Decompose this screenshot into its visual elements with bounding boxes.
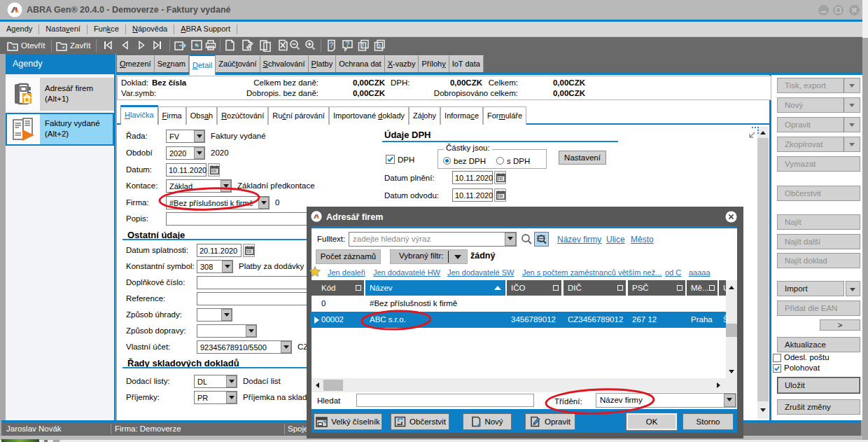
table-hscroll-left-icon[interactable] xyxy=(313,380,324,391)
fulltext-search-button[interactable] xyxy=(534,232,549,247)
column-header-n-zev[interactable]: Název xyxy=(365,280,505,296)
panel-button-nov[interactable]: Nový xyxy=(777,97,860,113)
firma-combo[interactable]: #Bez příslušnosti k firmě xyxy=(166,196,270,209)
dropdown-arrow-icon[interactable] xyxy=(849,104,855,107)
toolbar-zoom-out-icon[interactable] xyxy=(288,39,301,52)
zpusob-uhrady-combo[interactable] xyxy=(197,308,232,322)
hledat-input[interactable] xyxy=(356,394,534,407)
zpusob-dopravy-combo[interactable] xyxy=(197,324,257,338)
panel-button-zkop-rovat[interactable]: Zkopírovat xyxy=(777,137,860,152)
kontace-dropdown-icon[interactable] xyxy=(220,180,231,192)
datum-odvodu-calendar-icon[interactable] xyxy=(494,188,506,202)
table-hscroll-right-icon[interactable] xyxy=(713,380,724,391)
checkbox-odesl-po-tu[interactable] xyxy=(773,354,781,362)
form-scrollbar-thumb[interactable] xyxy=(757,138,769,401)
zpusob-dopravy-dropdown-icon[interactable] xyxy=(246,325,256,337)
table-cell[interactable]: 0 xyxy=(321,296,374,312)
datum-calendar-icon[interactable] xyxy=(208,163,220,177)
datum-plneni-calendar-icon[interactable] xyxy=(494,171,506,184)
rada-combo[interactable]: FV xyxy=(166,130,205,143)
panel-button-p-idat-dle-ean[interactable]: Přidat dle EAN xyxy=(777,301,860,316)
toolbar-help-topics-icon[interactable]: ? xyxy=(357,39,371,52)
search-link-n-zev-firmy[interactable]: Název firmy xyxy=(557,235,601,244)
fulltext-input[interactable]: zadejte hledaný výraz xyxy=(349,232,517,247)
detail-tab-formul-e[interactable]: Formuláře xyxy=(483,106,526,125)
column-options-icon[interactable] xyxy=(709,285,715,291)
detail-tab-obsah[interactable]: Obsah xyxy=(186,106,217,125)
rada-dropdown-icon[interactable] xyxy=(194,130,204,142)
toolbar-zoom-in-icon[interactable] xyxy=(304,39,316,52)
velk-seln-k-button[interactable]: Velký číselník xyxy=(314,413,382,430)
datum-splatnosti-calendar-icon[interactable] xyxy=(243,244,255,257)
column-options-icon[interactable] xyxy=(553,285,559,291)
table-hscroll-thumb[interactable] xyxy=(323,380,343,391)
dodaci-listy-dropdown-icon[interactable] xyxy=(226,375,237,387)
fulltext-dropdown-icon[interactable] xyxy=(505,233,516,246)
table-vscroll-down-icon[interactable] xyxy=(726,366,737,377)
prijemky-dropdown-icon[interactable] xyxy=(226,392,237,403)
firma-dropdown-icon[interactable] xyxy=(258,197,269,209)
close-button[interactable] xyxy=(849,5,860,15)
sidebar-item-adresar-firem[interactable]: Adresář firem (Alt+1) xyxy=(6,78,114,111)
detail-tab-importovan-doklady[interactable]: Importované doklady xyxy=(329,106,409,125)
panel-button-import[interactable]: Import xyxy=(777,281,844,296)
obdobi-dropdown-icon[interactable] xyxy=(194,147,204,159)
toolbar-edit-document-icon[interactable] xyxy=(241,39,255,52)
tab-x-vazby[interactable]: X-vazby xyxy=(385,55,419,72)
menu-item-n-pov-da[interactable]: Nápověda xyxy=(126,22,174,36)
toolbar-switch-window-icon[interactable] xyxy=(174,39,187,51)
search-link-ulice[interactable]: Ulice xyxy=(606,235,625,244)
datum-input[interactable]: 10.11.2020 xyxy=(166,163,206,177)
toolbar-open-button[interactable]: Otevřít xyxy=(7,37,46,54)
detail-tab-informace[interactable]: Informace xyxy=(440,106,483,125)
minimize-button[interactable] xyxy=(818,5,829,15)
tab-seznam[interactable]: Seznam xyxy=(155,55,189,72)
column-header-m[interactable]: Mě... xyxy=(687,280,718,296)
table-cell[interactable]: #Bez příslušnosti k firmě xyxy=(370,296,510,312)
vlastni-ucet-dropdown-icon[interactable] xyxy=(281,341,291,353)
bez-dph-radio[interactable] xyxy=(443,157,451,165)
dph-checkbox[interactable] xyxy=(386,155,395,164)
vlastni-ucet-combo[interactable]: 92345678910/5500 xyxy=(197,340,292,354)
column-options-icon[interactable] xyxy=(617,285,623,291)
dropdown-arrow-icon[interactable] xyxy=(849,143,855,146)
panel-button-naj-t-dal[interactable]: Najít další xyxy=(777,234,860,249)
table-cell[interactable]: ABC s.r.o. xyxy=(370,312,510,328)
nastaveni-button[interactable]: Nastavení xyxy=(559,151,606,165)
table-vscroll-up-icon[interactable] xyxy=(726,282,737,293)
panel-button-[interactable]: > xyxy=(820,319,860,331)
toolbar-copy-document-icon[interactable] xyxy=(259,39,273,52)
panel-button-import-dropdown[interactable] xyxy=(846,281,860,296)
toolbar-help-icon[interactable]: ? xyxy=(326,39,340,52)
form-resize-grip-icon[interactable] xyxy=(749,127,759,138)
menu-item-agendy[interactable]: Agendy xyxy=(0,22,38,36)
tab-omezen[interactable]: Omezení xyxy=(117,55,155,72)
dropdown-arrow-icon[interactable] xyxy=(849,123,855,127)
vybrany-filtr-dropdown-icon[interactable] xyxy=(454,255,461,259)
tab-platby[interactable]: Platby xyxy=(309,55,337,72)
table-cell[interactable]: CZ3456789012 xyxy=(568,312,630,328)
quick-filter-jen-dodavatel-sw[interactable]: Jen dodavatelé SW xyxy=(447,268,514,277)
favorite-star-icon[interactable] xyxy=(309,265,321,278)
toolbar-print-icon[interactable] xyxy=(204,39,218,51)
menu-item-abra-support[interactable]: ABRA Support xyxy=(174,22,237,36)
table-cell[interactable]: 267 12 xyxy=(632,312,690,328)
panel-button-tisk-export[interactable]: Tisk, export xyxy=(777,78,860,93)
trideni-dropdown-icon[interactable] xyxy=(724,394,736,407)
toolbar-context-help-icon[interactable]: ? xyxy=(342,39,356,52)
dropdown-arrow-icon[interactable] xyxy=(850,288,855,291)
column-header-i-o[interactable]: IČO xyxy=(507,280,561,296)
table-cell[interactable]: Š xyxy=(723,312,738,328)
maximize-button[interactable] xyxy=(833,5,844,15)
table-hscrollbar[interactable] xyxy=(312,378,737,392)
vybrany-filtr-button[interactable]: Vybraný filtr: xyxy=(390,249,468,264)
quick-filter-jen-dodavatel-hw[interactable]: Jen dodavatelé HW xyxy=(373,268,440,277)
search-icon[interactable] xyxy=(521,233,533,245)
column-header-di[interactable]: DIČ xyxy=(564,280,626,296)
table-cell[interactable]: 3456789012 xyxy=(511,312,566,328)
toolbar-first-record-icon[interactable] xyxy=(102,39,114,51)
toolbar-next-record-icon[interactable] xyxy=(136,39,148,51)
tab-iot-data[interactable]: IoT data xyxy=(449,55,484,72)
toolbar-about-icon[interactable] xyxy=(373,39,387,52)
ok-button[interactable]: OK xyxy=(626,413,677,430)
